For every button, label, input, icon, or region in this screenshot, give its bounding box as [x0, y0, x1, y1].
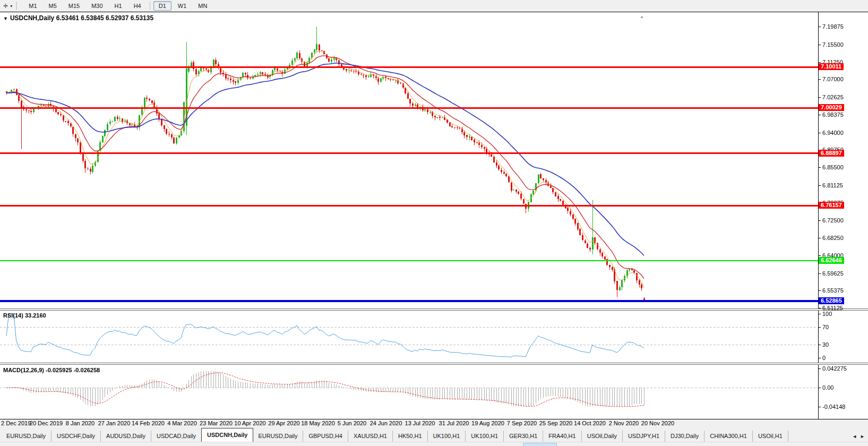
timeframe-m15[interactable]: M15	[63, 1, 85, 11]
chart-tab-china300-h1[interactable]: CHINA300,H1	[704, 431, 753, 442]
chart-tab-usoil-h1[interactable]: USOil,H1	[753, 431, 788, 442]
timeframe-d1[interactable]: D1	[153, 1, 171, 11]
date-axis-label: 2 Dec 2019	[1, 420, 31, 426]
date-axis-label: 10 Apr 2020	[234, 420, 265, 426]
chart-tab-usoil-daily[interactable]: USOil,Daily	[582, 431, 623, 442]
chart-ohlc: 6.53461 6.53845 6.52937 6.53135	[56, 14, 154, 22]
chart-tab-hk50-h1[interactable]: HK50,H1	[393, 431, 428, 442]
date-axis-label: 27 Jan 2020	[98, 420, 131, 426]
date-axis-label: 20 Nov 2020	[641, 420, 674, 426]
pane-separator[interactable]	[0, 363, 868, 365]
symbol-dropdown-caret[interactable]: ▼	[3, 16, 8, 21]
chart-tab-usdcnh-daily[interactable]: USDCNH,Daily	[201, 428, 253, 442]
chart-tab-eurusd-daily[interactable]: EURUSD,Daily	[1, 431, 51, 442]
rsi-axis-tick: 30	[822, 341, 829, 348]
resistance-price-tag: 7.10011	[819, 63, 844, 70]
macd-axis-tick: 0.00	[822, 384, 833, 391]
date-axis-label: 5 Jun 2020	[338, 420, 366, 426]
chart-tab-gbpusd-h4[interactable]: GBPUSD,H4	[303, 431, 348, 442]
tab-scroll-left-icon[interactable]: ◄	[852, 434, 857, 439]
date-axis-label: 24 Jun 2020	[370, 420, 402, 426]
date-axis-label: 20 Dec 2019	[30, 420, 63, 426]
chart-tab-usdjpy-h1[interactable]: USDJPY,H1	[623, 431, 665, 442]
timeframe-w1[interactable]: W1	[173, 1, 192, 11]
chart-tab-eurusd-daily[interactable]: EURUSD,Daily	[253, 431, 303, 442]
h-scrollbar[interactable]	[0, 442, 868, 446]
resistance-line	[0, 152, 818, 154]
date-axis-label: 19 Aug 2020	[471, 420, 504, 426]
chart-tab-fra40-h1[interactable]: FRA40,H1	[543, 431, 581, 442]
tab-scroll-right-icon[interactable]: ►	[860, 434, 865, 439]
chart-tabs: EURUSD,DailyUSDCHF,DailyAUDUSD,DailyUSDC…	[0, 427, 868, 442]
date-axis-label: 29 Apr 2020	[268, 420, 299, 426]
price-axis-tick: 6.59625	[822, 270, 844, 277]
chart-symbol: USDCNH,Daily	[10, 14, 54, 22]
time-axis: 2 Dec 201920 Dec 20198 Jan 202027 Jan 20…	[0, 420, 868, 427]
resistance-price-tag: 6.88897	[819, 150, 844, 157]
chart-tab-audusd-daily[interactable]: AUDUSD,Daily	[101, 431, 151, 442]
price-axis-tick: 6.81125	[822, 182, 843, 188]
price-axis-tick: 7.02625	[822, 94, 844, 100]
price-axis-tick: 7.07000	[822, 76, 844, 82]
price-axis-tick: 6.94000	[822, 130, 844, 136]
chart-tab-uk100-h1[interactable]: UK100,H1	[466, 431, 504, 442]
price-axis-tick: 6.98375	[822, 112, 844, 118]
rsi-axis-tick: 70	[822, 324, 829, 330]
toolbar-grip[interactable]	[16, 2, 19, 10]
timeframe-toolbar: ✛ ▾ M1M5M15M30H1H4D1W1MN	[0, 0, 868, 12]
price-axis-tick: 6.55375	[822, 287, 844, 294]
macd-label: MACD(12,26,9) -0.025925 -0.026258	[3, 367, 100, 373]
date-axis-label: 4 Mar 2020	[167, 420, 197, 426]
date-axis-label: 23 Mar 2020	[200, 420, 233, 426]
price-axis-tick: 6.72500	[822, 217, 844, 224]
date-axis-label: 7 Sep 2020	[507, 420, 537, 426]
price-chart-canvas[interactable]	[0, 12, 868, 419]
toolbar-divider	[150, 2, 150, 10]
chart-title: ▼USDCNH,Daily 6.53461 6.53845 6.52937 6.…	[3, 14, 153, 22]
price-axis-tick: 6.68250	[822, 235, 844, 241]
timeframe-m1[interactable]: M1	[23, 1, 42, 11]
rsi-axis-tick: 100	[822, 311, 832, 317]
timeframe-h4[interactable]: H4	[128, 1, 147, 11]
resistance-line	[0, 66, 818, 68]
rsi-axis-tick: 0	[822, 355, 826, 361]
resistance-price-tag: 7.00029	[819, 104, 844, 111]
mt4-window: ✛ ▾ M1M5M15M30H1H4D1W1MN ▼USDCNH,Daily 6…	[0, 0, 868, 446]
timeframe-buttons: M1M5M15M30H1H4D1W1MN	[23, 0, 213, 12]
chart-shift-marker[interactable]: ▲	[640, 14, 644, 19]
date-axis-label: 2 Nov 2020	[609, 420, 639, 426]
macd-axis-tick: -0.04148	[822, 404, 845, 410]
price-axis-tick: 6.85500	[822, 164, 844, 170]
timeframe-m30[interactable]: M30	[86, 1, 108, 11]
chart-tab-ger30-h1[interactable]: GER30,H1	[504, 431, 543, 442]
chart-tool-icon[interactable]: ✛	[3, 3, 8, 10]
timeframe-h1[interactable]: H1	[109, 1, 127, 11]
timeframe-m5[interactable]: M5	[44, 1, 62, 11]
date-axis-label: 25 Sep 2020	[539, 420, 572, 426]
date-axis-label: 31 Jul 2020	[439, 420, 469, 426]
support-price-tag: 6.52865	[819, 297, 844, 304]
h-scrollbar-thumb[interactable]	[523, 443, 557, 446]
date-axis-label: 14 Feb 2020	[132, 420, 165, 426]
support-line	[0, 300, 818, 302]
chart-tab-usdchf-daily[interactable]: USDCHF,Daily	[51, 431, 101, 442]
support-price-tag: 6.62646	[819, 257, 844, 264]
chart-tab-usdcad-daily[interactable]: USDCAD,Daily	[151, 431, 202, 442]
price-axis-tick: 7.15500	[822, 41, 844, 48]
macd-axis-tick: 0.042275	[822, 365, 847, 372]
timeframe-mn[interactable]: MN	[193, 1, 212, 11]
resistance-price-tag: 6.76157	[819, 202, 844, 209]
chart-tab-uk100-h1[interactable]: UK100,H1	[428, 431, 466, 442]
price-axis-tick: 7.19875	[822, 23, 844, 30]
pane-separator[interactable]	[0, 308, 868, 311]
support-line	[0, 260, 818, 261]
chart-window: ▼USDCNH,Daily 6.53461 6.53845 6.52937 6.…	[0, 12, 868, 419]
date-axis-label: 13 Jul 2020	[405, 420, 435, 426]
resistance-line	[0, 107, 818, 109]
rsi-label: RSI(14) 33.2160	[3, 312, 46, 319]
date-axis-label: 14 Oct 2020	[574, 420, 606, 426]
date-axis-label: 8 Jan 2020	[66, 420, 94, 426]
chart-tab-xauusd-h1[interactable]: XAUUSD,H1	[348, 431, 393, 442]
chart-tab-dj30-daily[interactable]: DJ30,Daily	[665, 431, 704, 442]
dropdown-caret-icon[interactable]: ▾	[10, 4, 12, 8]
